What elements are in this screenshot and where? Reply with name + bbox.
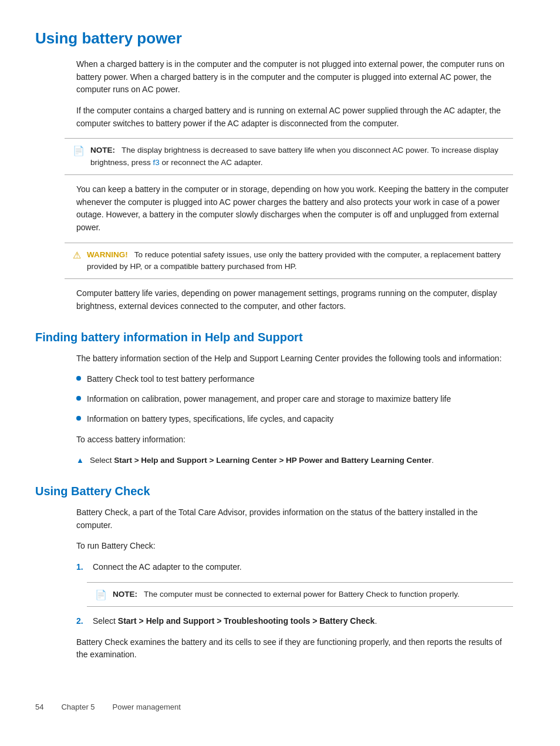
list-item: Information on battery types, specificat… (76, 413, 513, 426)
para4: Computer battery life varies, depending … (76, 287, 513, 312)
section1-para4-wrap: Computer battery life varies, depending … (76, 287, 513, 312)
list-item-text-3: Information on battery types, specificat… (87, 413, 333, 426)
note-link-f3[interactable]: f3 (153, 158, 160, 167)
access-label: To access battery information: (76, 434, 513, 446)
closing-text: Battery Check examines the battery and i… (76, 636, 513, 661)
step-text-1: Connect the AC adapter to the computer. (93, 561, 242, 574)
chapter-label: Chapter 5 (61, 703, 95, 711)
run-label: To run Battery Check: (76, 540, 513, 553)
list-item: Battery Check tool to test battery perfo… (76, 373, 513, 386)
section3-intro: Battery Check, a part of the Total Care … (76, 506, 513, 532)
step2-list: 2. Select Start > Help and Support > Tro… (76, 615, 513, 628)
page-number: 54 (35, 703, 43, 711)
step1-note-text: NOTE: The computer must be connected to … (113, 589, 460, 600)
steps-list: 1. Connect the AC adapter to the compute… (76, 561, 513, 574)
note-body-1: The display brightness is decreased to s… (90, 146, 498, 166)
para3: You can keep a battery in the computer o… (76, 183, 513, 234)
page-footer: 54 Chapter 5 Power management (35, 697, 525, 711)
step2-container: 2. Select Start > Help and Support > Tro… (76, 615, 513, 661)
main-heading: Using battery power (35, 29, 525, 48)
warning-body: To reduce potential safety issues, use o… (87, 250, 501, 271)
para1: When a charged battery is in the compute… (76, 58, 513, 96)
section2-content: The battery information section of the H… (76, 352, 513, 446)
list-item: Information on calibration, power manage… (76, 393, 513, 406)
warning-icon: ⚠ (73, 250, 81, 261)
para2: If the computer contains a charged batte… (76, 105, 513, 130)
bullet-dot-1 (76, 376, 81, 381)
bullet-dot-2 (76, 396, 81, 401)
step1-note-box: 📄 NOTE: The computer must be connected t… (87, 582, 513, 607)
section2-intro: The battery information section of the H… (76, 352, 513, 365)
note-text-1: NOTE: The display brightness is decrease… (90, 145, 505, 169)
section2-heading: Finding battery information in Help and … (35, 331, 525, 344)
list-item-text-1: Battery Check tool to test battery perfo… (87, 373, 255, 386)
step1-note-icon: 📄 (95, 589, 107, 600)
steps-container: 1. Connect the AC adapter to the compute… (76, 561, 513, 574)
section3-content: Battery Check, a part of the Total Care … (76, 506, 513, 553)
action-item: ▲ Select Start > Help and Support > Lear… (76, 455, 513, 467)
warning-text: WARNING! To reduce potential safety issu… (87, 249, 505, 273)
triangle-icon: ▲ (76, 456, 84, 465)
section3-heading: Using Battery Check (35, 485, 525, 498)
action-text: Select Start > Help and Support > Learni… (90, 455, 434, 467)
section1-para3-wrap: You can keep a battery in the computer o… (76, 183, 513, 234)
list-item-text-2: Information on calibration, power manage… (87, 393, 451, 406)
step1-note-body: The computer must be connected to extern… (144, 590, 460, 599)
bullet-dot-3 (76, 416, 81, 421)
step-num-2: 2. (76, 615, 87, 628)
warning-label: WARNING! (87, 250, 128, 259)
chapter-title: Power management (113, 703, 181, 711)
note-after-1: or reconnect the AC adapter. (160, 158, 263, 167)
step1-note-label: NOTE: (113, 590, 137, 599)
section1-content: When a charged battery is in the compute… (76, 58, 513, 130)
battery-info-list: Battery Check tool to test battery perfo… (76, 373, 513, 425)
note-box-1: 📄 NOTE: The display brightness is decrea… (65, 138, 513, 175)
warning-box-1: ⚠ WARNING! To reduce potential safety is… (65, 243, 513, 280)
step-text-2: Select Start > Help and Support > Troubl… (93, 615, 377, 628)
note-label-1: NOTE: (90, 146, 115, 154)
step-num-1: 1. (76, 561, 87, 574)
step-2: 2. Select Start > Help and Support > Tro… (76, 615, 513, 628)
note-icon-1: 📄 (73, 145, 85, 156)
step-1: 1. Connect the AC adapter to the compute… (76, 561, 513, 574)
